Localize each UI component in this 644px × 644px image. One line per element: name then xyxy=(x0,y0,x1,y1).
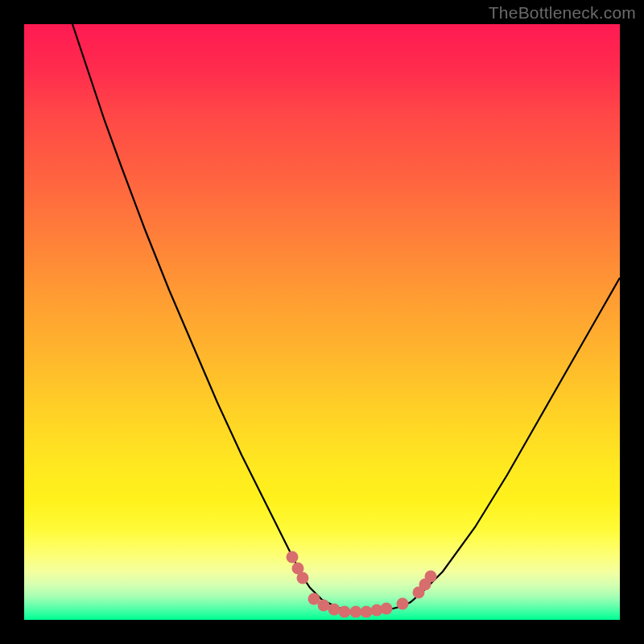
curve-marker xyxy=(318,600,330,612)
plot-area xyxy=(24,24,620,620)
bottleneck-curve xyxy=(72,24,620,612)
curve-marker xyxy=(425,571,437,583)
curve-marker xyxy=(328,604,341,616)
watermark-label: TheBottleneck.com xyxy=(489,3,636,23)
curve-marker xyxy=(287,551,299,564)
chart-frame: TheBottleneck.com xyxy=(0,0,644,644)
curve-svg xyxy=(24,24,620,620)
curve-marker xyxy=(361,606,373,618)
curve-marker xyxy=(350,606,362,618)
curve-marker xyxy=(397,598,409,610)
curve-marker xyxy=(339,606,351,618)
curve-marker xyxy=(297,572,309,584)
curve-marker xyxy=(381,603,393,615)
